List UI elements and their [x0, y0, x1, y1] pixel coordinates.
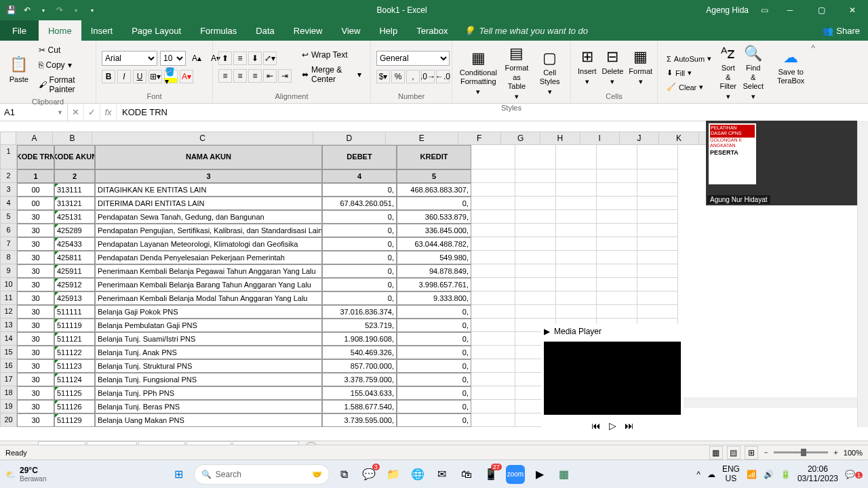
cell[interactable]: 0, — [322, 224, 397, 237]
tab-data[interactable]: Data — [246, 20, 283, 41]
cell[interactable] — [597, 305, 637, 319]
copilot-icon[interactable]: 💬3 — [359, 465, 378, 484]
cell[interactable] — [515, 237, 556, 251]
cell[interactable] — [471, 386, 515, 400]
cell[interactable] — [471, 251, 515, 264]
cell[interactable] — [471, 400, 515, 413]
cell-styles-button[interactable]: ▢Cell Styles ▾ — [534, 48, 565, 98]
cell[interactable]: 30 — [17, 305, 54, 319]
cell[interactable]: NAMA AKUN — [95, 145, 322, 169]
name-box[interactable]: A1▼ — [0, 104, 68, 121]
cell[interactable] — [597, 264, 637, 278]
border-button[interactable]: ⊞▾ — [149, 70, 162, 83]
cell[interactable]: KODE AKUN — [54, 145, 95, 169]
explorer-icon[interactable]: 📁 — [384, 465, 403, 484]
cell[interactable] — [471, 359, 515, 373]
cell[interactable]: 0, — [322, 183, 397, 197]
cell[interactable]: 425912 — [54, 278, 95, 291]
cell[interactable]: 67.843.260.051, — [322, 197, 397, 210]
cell[interactable]: 30 — [17, 264, 54, 278]
media-prev-button[interactable]: ⏮ — [591, 420, 601, 431]
cell[interactable]: 511121 — [54, 332, 95, 346]
cell[interactable] — [637, 237, 678, 251]
increase-indent-button[interactable]: ⇥ — [278, 69, 292, 83]
cell[interactable]: 0, — [322, 210, 397, 224]
mail-icon[interactable]: ✉ — [433, 465, 452, 484]
cell[interactable]: Penerimaan Kembali Belanja Barang Tahun … — [95, 278, 322, 291]
cell[interactable]: 0, — [322, 278, 397, 291]
cell[interactable] — [515, 210, 556, 224]
font-name-select[interactable]: Arial — [102, 51, 157, 66]
cell[interactable] — [556, 224, 597, 237]
cell[interactable]: 30 — [17, 386, 54, 400]
underline-button[interactable]: U — [133, 70, 146, 83]
cell[interactable]: Belanja Tunj. Beras PNS — [95, 400, 322, 413]
row-header[interactable]: 2 — [0, 169, 17, 183]
cell[interactable] — [597, 183, 637, 197]
format-cells-button[interactable]: ▦Format▾ — [627, 47, 654, 88]
cell[interactable]: 0, — [322, 264, 397, 278]
cell[interactable]: 30 — [17, 251, 54, 264]
cell[interactable] — [597, 197, 637, 210]
cell[interactable]: 1.588.677.540, — [322, 400, 397, 413]
cell[interactable]: 63.044.488.782, — [397, 237, 471, 251]
tab-home[interactable]: Home — [39, 20, 81, 41]
cell[interactable] — [515, 305, 556, 319]
cell[interactable]: 0, — [397, 359, 471, 373]
row-header[interactable]: 17 — [0, 373, 17, 386]
cell[interactable] — [471, 224, 515, 237]
row-header[interactable]: 1 — [0, 145, 17, 169]
cell[interactable]: 30 — [17, 237, 54, 251]
cell[interactable]: 3 — [95, 169, 322, 183]
close-button[interactable]: ✕ — [837, 0, 868, 20]
column-header[interactable]: G — [501, 131, 540, 145]
tab-file[interactable]: File — [0, 20, 39, 41]
align-left-button[interactable]: ≡ — [218, 69, 232, 83]
cell[interactable] — [556, 210, 597, 224]
delete-cells-button[interactable]: ⊟Delete▾ — [601, 47, 625, 88]
tray-battery-icon[interactable]: 🔋 — [781, 470, 791, 479]
cell[interactable]: DITAGIHKAN KE ENTITAS LAIN — [95, 183, 322, 197]
normal-view-button[interactable]: ▦ — [709, 446, 723, 460]
row-header[interactable]: 20 — [0, 413, 17, 427]
cell[interactable]: 425811 — [54, 251, 95, 264]
cell[interactable]: 0, — [322, 251, 397, 264]
column-header[interactable]: E — [386, 131, 458, 145]
find-select-button[interactable]: 🔍Find & Select▾ — [741, 43, 765, 102]
select-all-corner[interactable] — [0, 131, 16, 145]
accounting-format-button[interactable]: $▾ — [376, 70, 390, 83]
cell[interactable]: 511124 — [54, 373, 95, 386]
cell[interactable] — [471, 305, 515, 319]
media-next-button[interactable]: ⏭ — [625, 420, 634, 431]
language-indicator[interactable]: ENGUS — [722, 465, 740, 483]
page-break-view-button[interactable]: ⊞ — [745, 446, 758, 460]
undo-dropdown[interactable]: ▾ — [38, 5, 49, 16]
cell[interactable]: Pendapatan Denda Penyelesaian Pekerjaan … — [95, 251, 322, 264]
cell[interactable]: 523.719, — [322, 319, 397, 332]
cell[interactable]: 511125 — [54, 386, 95, 400]
cell[interactable] — [471, 319, 515, 332]
tab-pagelayout[interactable]: Page Layout — [122, 20, 191, 41]
align-bottom-button[interactable]: ⬇ — [248, 52, 262, 65]
user-name[interactable]: Ageng Hida — [701, 5, 754, 15]
wrap-text-button[interactable]: ↩Wrap Text — [298, 48, 365, 62]
cell[interactable] — [556, 145, 597, 169]
cell[interactable] — [515, 251, 556, 264]
tray-chevron-icon[interactable]: ^ — [696, 470, 701, 479]
cell[interactable]: 30 — [17, 346, 54, 359]
cell[interactable] — [471, 197, 515, 210]
cell[interactable] — [471, 237, 515, 251]
align-top-button[interactable]: ⬆ — [218, 52, 232, 65]
row-header[interactable]: 13 — [0, 319, 17, 332]
cell[interactable]: 0, — [397, 386, 471, 400]
cell[interactable] — [637, 305, 678, 319]
cell[interactable]: 3.998.657.761, — [397, 278, 471, 291]
row-header[interactable]: 9 — [0, 264, 17, 278]
cell[interactable] — [637, 197, 678, 210]
cell[interactable]: 1.908.190.608, — [322, 332, 397, 346]
align-center-button[interactable]: ≡ — [233, 69, 247, 83]
cell[interactable]: Pendapatan Pengujian, Sertifikasi, Kalib… — [95, 224, 322, 237]
row-header[interactable]: 18 — [0, 386, 17, 400]
cell[interactable]: 425131 — [54, 210, 95, 224]
tray-network-icon[interactable]: 📶 — [747, 470, 757, 479]
